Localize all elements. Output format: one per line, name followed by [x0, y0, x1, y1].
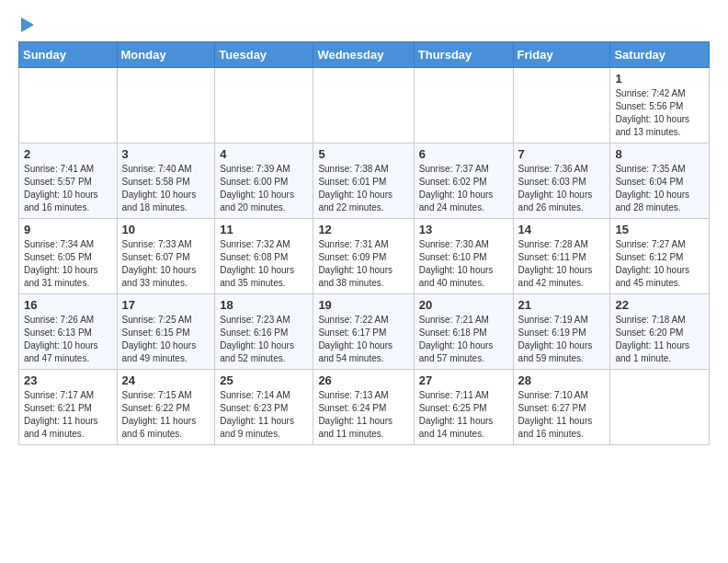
calendar-week-4: 16Sunrise: 7:26 AM Sunset: 6:13 PM Dayli…: [19, 294, 710, 370]
day-number: 16: [24, 298, 112, 312]
day-number: 13: [419, 223, 508, 236]
day-number: 7: [518, 147, 606, 161]
day-info: Sunrise: 7:32 AM Sunset: 6:08 PM Dayligh…: [220, 238, 308, 290]
column-header-wednesday: Wednesday: [313, 42, 414, 68]
calendar-cell: 25Sunrise: 7:14 AM Sunset: 6:23 PM Dayli…: [215, 370, 313, 445]
day-number: 17: [122, 298, 210, 312]
calendar-cell: 5Sunrise: 7:38 AM Sunset: 6:01 PM Daylig…: [313, 144, 414, 219]
day-info: Sunrise: 7:19 AM Sunset: 6:19 PM Dayligh…: [518, 314, 606, 365]
calendar-cell: 26Sunrise: 7:13 AM Sunset: 6:24 PM Dayli…: [313, 370, 414, 445]
day-number: 12: [318, 223, 408, 236]
column-header-thursday: Thursday: [414, 42, 513, 68]
day-info: Sunrise: 7:10 AM Sunset: 6:27 PM Dayligh…: [518, 389, 606, 441]
logo: [18, 14, 34, 32]
day-info: Sunrise: 7:17 AM Sunset: 6:21 PM Dayligh…: [24, 389, 112, 441]
calendar-cell: [610, 370, 710, 445]
day-info: Sunrise: 7:42 AM Sunset: 5:56 PM Dayligh…: [615, 87, 704, 139]
day-number: 25: [220, 373, 308, 387]
day-number: 20: [419, 298, 508, 312]
day-number: 19: [318, 298, 408, 312]
calendar-cell: 4Sunrise: 7:39 AM Sunset: 6:00 PM Daylig…: [215, 144, 313, 219]
calendar-week-1: 1Sunrise: 7:42 AM Sunset: 5:56 PM Daylig…: [19, 68, 710, 144]
calendar-cell: 7Sunrise: 7:36 AM Sunset: 6:03 PM Daylig…: [513, 144, 610, 219]
day-info: Sunrise: 7:40 AM Sunset: 5:58 PM Dayligh…: [122, 163, 210, 214]
calendar-cell: 23Sunrise: 7:17 AM Sunset: 6:21 PM Dayli…: [19, 370, 118, 445]
day-number: 15: [615, 223, 704, 236]
logo-arrow-icon: [21, 17, 34, 32]
calendar-cell: [19, 68, 118, 144]
day-info: Sunrise: 7:22 AM Sunset: 6:17 PM Dayligh…: [318, 314, 408, 365]
day-info: Sunrise: 7:34 AM Sunset: 6:05 PM Dayligh…: [24, 238, 112, 290]
calendar-cell: 6Sunrise: 7:37 AM Sunset: 6:02 PM Daylig…: [414, 144, 513, 219]
day-number: 26: [318, 373, 408, 387]
header: [18, 14, 710, 32]
day-info: Sunrise: 7:37 AM Sunset: 6:02 PM Dayligh…: [419, 163, 508, 214]
day-number: 10: [122, 223, 210, 236]
day-info: Sunrise: 7:23 AM Sunset: 6:16 PM Dayligh…: [220, 314, 308, 365]
day-info: Sunrise: 7:18 AM Sunset: 6:20 PM Dayligh…: [615, 314, 704, 365]
day-info: Sunrise: 7:41 AM Sunset: 5:57 PM Dayligh…: [24, 163, 112, 214]
day-number: 18: [220, 298, 308, 312]
day-info: Sunrise: 7:26 AM Sunset: 6:13 PM Dayligh…: [24, 314, 112, 365]
calendar-cell: 2Sunrise: 7:41 AM Sunset: 5:57 PM Daylig…: [19, 144, 118, 219]
calendar-cell: 11Sunrise: 7:32 AM Sunset: 6:08 PM Dayli…: [215, 219, 313, 294]
calendar-table: SundayMondayTuesdayWednesdayThursdayFrid…: [18, 41, 710, 445]
day-info: Sunrise: 7:25 AM Sunset: 6:15 PM Dayligh…: [122, 314, 210, 365]
calendar-cell: 21Sunrise: 7:19 AM Sunset: 6:19 PM Dayli…: [513, 294, 610, 370]
day-number: 3: [122, 147, 210, 161]
day-info: Sunrise: 7:11 AM Sunset: 6:25 PM Dayligh…: [419, 389, 508, 441]
calendar-cell: 13Sunrise: 7:30 AM Sunset: 6:10 PM Dayli…: [414, 219, 513, 294]
day-info: Sunrise: 7:13 AM Sunset: 6:24 PM Dayligh…: [318, 389, 408, 441]
calendar-cell: 19Sunrise: 7:22 AM Sunset: 6:17 PM Dayli…: [313, 294, 414, 370]
calendar-cell: [313, 68, 414, 144]
calendar-cell: [513, 68, 610, 144]
day-info: Sunrise: 7:21 AM Sunset: 6:18 PM Dayligh…: [419, 314, 508, 365]
calendar-cell: 9Sunrise: 7:34 AM Sunset: 6:05 PM Daylig…: [19, 219, 118, 294]
day-number: 14: [518, 223, 606, 236]
day-info: Sunrise: 7:14 AM Sunset: 6:23 PM Dayligh…: [220, 389, 308, 441]
column-header-sunday: Sunday: [19, 42, 118, 68]
day-number: 27: [419, 373, 508, 387]
calendar-cell: [215, 68, 313, 144]
day-number: 21: [518, 298, 606, 312]
day-number: 2: [24, 147, 112, 161]
calendar-cell: 10Sunrise: 7:33 AM Sunset: 6:07 PM Dayli…: [117, 219, 215, 294]
day-number: 11: [220, 223, 308, 236]
day-info: Sunrise: 7:33 AM Sunset: 6:07 PM Dayligh…: [122, 238, 210, 290]
day-info: Sunrise: 7:30 AM Sunset: 6:10 PM Dayligh…: [419, 238, 508, 290]
day-number: 9: [24, 223, 112, 236]
calendar-cell: [414, 68, 513, 144]
calendar-cell: 17Sunrise: 7:25 AM Sunset: 6:15 PM Dayli…: [117, 294, 215, 370]
day-number: 28: [518, 373, 606, 387]
day-number: 5: [318, 147, 408, 161]
calendar-week-5: 23Sunrise: 7:17 AM Sunset: 6:21 PM Dayli…: [19, 370, 710, 445]
calendar-cell: 20Sunrise: 7:21 AM Sunset: 6:18 PM Dayli…: [414, 294, 513, 370]
calendar-cell: 27Sunrise: 7:11 AM Sunset: 6:25 PM Dayli…: [414, 370, 513, 445]
calendar-cell: 28Sunrise: 7:10 AM Sunset: 6:27 PM Dayli…: [513, 370, 610, 445]
day-info: Sunrise: 7:38 AM Sunset: 6:01 PM Dayligh…: [318, 163, 408, 214]
day-info: Sunrise: 7:36 AM Sunset: 6:03 PM Dayligh…: [518, 163, 606, 214]
calendar-cell: 22Sunrise: 7:18 AM Sunset: 6:20 PM Dayli…: [610, 294, 710, 370]
day-info: Sunrise: 7:31 AM Sunset: 6:09 PM Dayligh…: [318, 238, 408, 290]
day-number: 8: [615, 147, 704, 161]
day-number: 6: [419, 147, 508, 161]
calendar-cell: 8Sunrise: 7:35 AM Sunset: 6:04 PM Daylig…: [610, 144, 710, 219]
calendar-cell: 1Sunrise: 7:42 AM Sunset: 5:56 PM Daylig…: [610, 68, 710, 144]
day-info: Sunrise: 7:15 AM Sunset: 6:22 PM Dayligh…: [122, 389, 210, 441]
calendar-cell: 12Sunrise: 7:31 AM Sunset: 6:09 PM Dayli…: [313, 219, 414, 294]
day-info: Sunrise: 7:35 AM Sunset: 6:04 PM Dayligh…: [615, 163, 704, 214]
calendar-cell: 18Sunrise: 7:23 AM Sunset: 6:16 PM Dayli…: [215, 294, 313, 370]
calendar-cell: 3Sunrise: 7:40 AM Sunset: 5:58 PM Daylig…: [117, 144, 215, 219]
column-header-monday: Monday: [117, 42, 215, 68]
page-container: SundayMondayTuesdayWednesdayThursdayFrid…: [0, 0, 728, 459]
column-header-tuesday: Tuesday: [215, 42, 313, 68]
column-header-saturday: Saturday: [610, 42, 710, 68]
calendar-week-2: 2Sunrise: 7:41 AM Sunset: 5:57 PM Daylig…: [19, 144, 710, 219]
day-number: 23: [24, 373, 112, 387]
day-number: 4: [220, 147, 308, 161]
day-number: 22: [615, 298, 704, 312]
calendar-cell: 24Sunrise: 7:15 AM Sunset: 6:22 PM Dayli…: [117, 370, 215, 445]
calendar-cell: [117, 68, 215, 144]
day-info: Sunrise: 7:39 AM Sunset: 6:00 PM Dayligh…: [220, 163, 308, 214]
calendar-week-3: 9Sunrise: 7:34 AM Sunset: 6:05 PM Daylig…: [19, 219, 710, 294]
